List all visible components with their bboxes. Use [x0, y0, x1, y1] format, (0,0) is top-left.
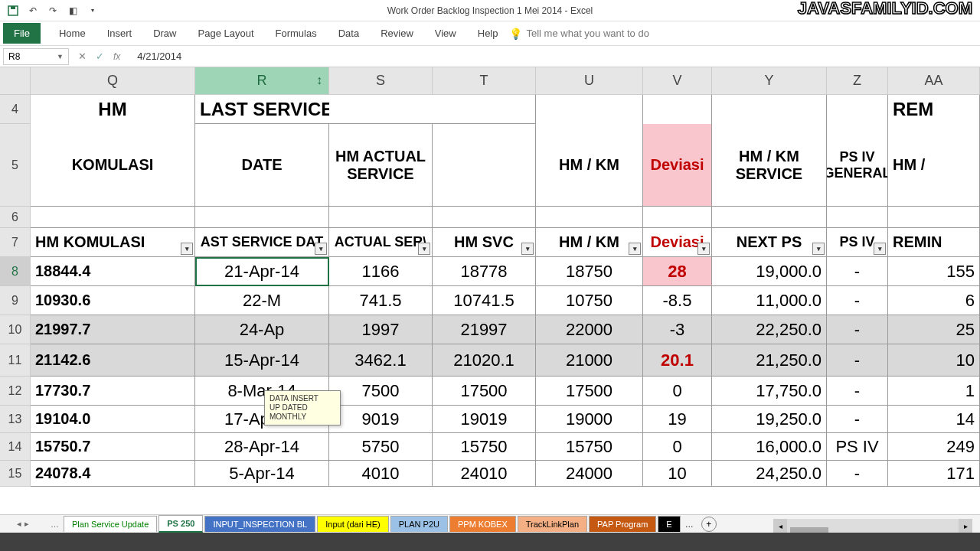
cell-R10[interactable]: 24-Ap — [195, 315, 329, 344]
cell-S7[interactable]: ACTUAL SER\▾ — [329, 228, 433, 257]
cell-AA11[interactable]: 10 — [888, 344, 980, 377]
cell-V4[interactable] — [643, 95, 712, 124]
fx-icon[interactable]: fx — [113, 51, 120, 62]
cell-U11[interactable]: 21000 — [536, 344, 643, 377]
cell-V5[interactable]: Deviasi — [643, 124, 712, 207]
cell-S8[interactable]: 1166 — [329, 257, 433, 286]
row-header-6[interactable]: 6 — [0, 207, 31, 228]
filter-icon[interactable]: ▾ — [697, 243, 710, 255]
cell-S10[interactable]: 1997 — [329, 315, 433, 344]
redo-icon[interactable]: ↷ — [46, 4, 60, 18]
col-header-T[interactable]: T — [433, 67, 536, 95]
filter-icon[interactable]: ▾ — [629, 243, 641, 255]
cell-R7[interactable]: AST SERVICE DAT▾ — [195, 228, 329, 257]
row-header-12[interactable]: 12 — [0, 377, 31, 406]
cell-Z12[interactable]: - — [827, 377, 888, 406]
scroll-right-icon[interactable]: ▸ — [959, 519, 972, 533]
ribbon-tab-insert[interactable]: Insert — [96, 23, 143, 44]
cell-AA5[interactable]: HM / — [888, 124, 980, 207]
col-header-R[interactable]: R↕ — [195, 67, 329, 95]
cell-R15[interactable]: 5-Apr-14 — [195, 461, 329, 487]
cell-Y4[interactable] — [712, 95, 827, 124]
cell-S4[interactable] — [329, 95, 433, 124]
cell-S11[interactable]: 3462.1 — [329, 344, 433, 377]
cell-R6[interactable] — [195, 207, 329, 228]
cell-U4[interactable] — [536, 95, 643, 124]
cell-Z6[interactable] — [827, 207, 888, 228]
col-header-Y[interactable]: Y — [712, 67, 827, 95]
cell-T11[interactable]: 21020.1 — [433, 344, 536, 377]
ribbon-tab-data[interactable]: Data — [328, 23, 370, 44]
cell-T8[interactable]: 18778 — [433, 257, 536, 286]
cell-U7[interactable]: HM / KM▾ — [536, 228, 643, 257]
cell-Z5[interactable]: PS IV (GENERAL) — [827, 124, 888, 207]
cell-Q5[interactable]: KOMULASI — [31, 124, 195, 207]
cell-S15[interactable]: 4010 — [329, 461, 433, 487]
undo-icon[interactable]: ↶ — [26, 4, 40, 18]
cell-U10[interactable]: 22000 — [536, 315, 643, 344]
cell-S12[interactable]: 7500 — [329, 377, 433, 406]
row-header-4[interactable]: 4 — [0, 95, 31, 124]
name-box[interactable]: R8▼ — [3, 48, 69, 65]
cell-T9[interactable]: 10741.5 — [433, 286, 536, 315]
cell-AA12[interactable]: 1 — [888, 377, 980, 406]
qat-customize-icon[interactable]: ▾ — [86, 4, 100, 18]
row-header-11[interactable]: 11 — [0, 344, 31, 377]
cell-R4[interactable]: LAST SERVICE — [195, 95, 329, 124]
cell-U9[interactable]: 10750 — [536, 286, 643, 315]
cell-S6[interactable] — [329, 207, 433, 228]
sheet-tab[interactable]: Input (dari HE) — [317, 516, 389, 532]
col-header-AA[interactable]: AA — [888, 67, 980, 95]
cell-Y15[interactable]: 24,250.0 — [712, 461, 827, 487]
cell-V12[interactable]: 0 — [643, 377, 712, 406]
new-sheet-button[interactable]: + — [701, 517, 717, 532]
select-all-corner[interactable] — [0, 67, 31, 95]
cell-Y5[interactable]: HM / KM SERVICE — [712, 124, 827, 207]
cell-Q10[interactable]: 21997.7 — [31, 315, 195, 344]
sheet-tab[interactable]: PAP Program — [589, 516, 656, 532]
col-header-V[interactable]: V — [643, 67, 712, 95]
cell-S5[interactable]: HM ACTUAL SERVICE — [329, 124, 433, 207]
cell-Y6[interactable] — [712, 207, 827, 228]
cell-T13[interactable]: 19019 — [433, 406, 536, 433]
cell-Y12[interactable]: 17,750.0 — [712, 377, 827, 406]
cell-AA10[interactable]: 25 — [888, 315, 980, 344]
col-header-S[interactable]: S — [329, 67, 433, 95]
col-header-Z[interactable]: Z — [827, 67, 888, 95]
ribbon-tab-formulas[interactable]: Formulas — [265, 23, 328, 44]
sheet-tab[interactable]: INPUT_INSPECTION BL — [204, 516, 315, 532]
cell-Q12[interactable]: 17730.7 — [31, 377, 195, 406]
sheet-more-icon[interactable]: … — [46, 520, 64, 529]
cell-Z14[interactable]: PS IV — [827, 433, 888, 461]
cell-U5[interactable]: HM / KM — [536, 124, 643, 207]
cell-Y11[interactable]: 21,250.0 — [712, 344, 827, 377]
file-tab[interactable]: File — [3, 23, 41, 44]
filter-icon[interactable]: ▾ — [812, 243, 825, 255]
cell-Q9[interactable]: 10930.6 — [31, 286, 195, 315]
cell-T14[interactable]: 15750 — [433, 433, 536, 461]
touch-mode-icon[interactable]: ◧ — [66, 4, 80, 18]
col-header-U[interactable]: U — [536, 67, 643, 95]
cell-R9[interactable]: 22-M — [195, 286, 329, 315]
cell-V14[interactable]: 0 — [643, 433, 712, 461]
cell-Z11[interactable]: - — [827, 344, 888, 377]
cell-Y10[interactable]: 22,250.0 — [712, 315, 827, 344]
cell-Y7[interactable]: NEXT PS▾ — [712, 228, 827, 257]
cell-V15[interactable]: 10 — [643, 461, 712, 487]
cell-Y9[interactable]: 11,000.0 — [712, 286, 827, 315]
scroll-left-icon[interactable]: ◂ — [773, 519, 787, 533]
cell-Q13[interactable]: 19104.0 — [31, 406, 195, 433]
sheet-tab[interactable]: E — [658, 516, 680, 532]
ribbon-tab-help[interactable]: Help — [467, 23, 509, 44]
ribbon-tab-page-layout[interactable]: Page Layout — [188, 23, 265, 44]
sheet-tab[interactable]: TrackLinkPlan — [518, 516, 587, 532]
col-header-Q[interactable]: Q — [31, 67, 195, 95]
filter-icon[interactable]: ▾ — [181, 243, 193, 255]
cell-S13[interactable]: 9019 — [329, 406, 433, 433]
row-header-15[interactable]: 15 — [0, 461, 31, 487]
sheet-tab[interactable]: PS 250 — [158, 515, 203, 533]
cell-AA9[interactable]: 6 — [888, 286, 980, 315]
cell-T12[interactable]: 17500 — [433, 377, 536, 406]
row-header-8[interactable]: 8 — [0, 257, 31, 286]
ribbon-tab-view[interactable]: View — [424, 23, 467, 44]
